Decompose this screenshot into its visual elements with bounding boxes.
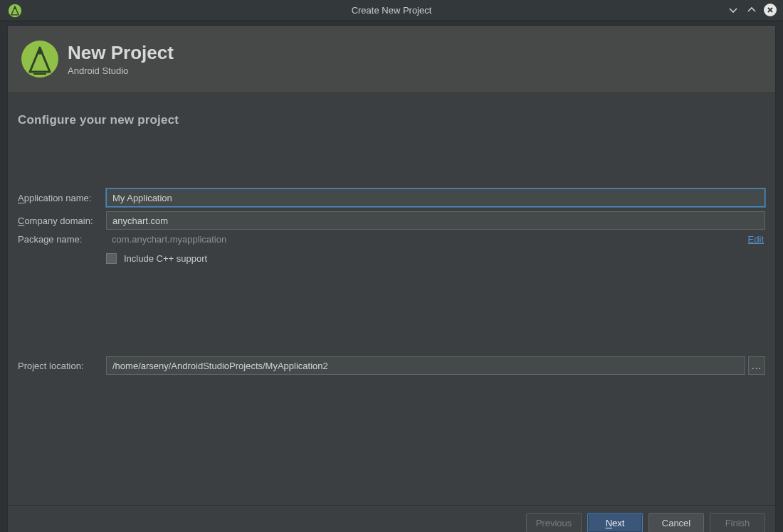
cpp-support-checkbox[interactable] <box>106 253 117 264</box>
footer-buttons: Previous Next Cancel Finish <box>8 505 775 532</box>
finish-button: Finish <box>710 513 765 532</box>
project-location-input[interactable] <box>106 356 745 375</box>
dialog-window: Create New Project <box>0 0 783 532</box>
project-location-label: Project location: <box>18 361 106 371</box>
minimize-button[interactable] <box>726 3 740 17</box>
close-button[interactable] <box>763 3 777 17</box>
maximize-button[interactable] <box>745 3 759 17</box>
cpp-support-row: Include C++ support <box>106 253 765 264</box>
application-name-label: Application name: <box>18 193 106 203</box>
package-name-label: Package name: <box>18 234 106 245</box>
application-name-row: Application name: <box>18 188 765 207</box>
header-title: New Project <box>68 42 174 64</box>
header-texts: New Project Android Studio <box>68 42 174 76</box>
svg-point-1 <box>14 7 16 9</box>
window-title: Create New Project <box>0 5 783 16</box>
company-domain-input[interactable] <box>106 211 765 230</box>
cancel-button[interactable]: Cancel <box>648 513 704 532</box>
content-area: Configure your new project Application n… <box>8 93 775 505</box>
application-name-input[interactable] <box>106 188 765 207</box>
cpp-support-label: Include C++ support <box>124 253 207 264</box>
next-button[interactable]: Next <box>587 513 643 532</box>
header-band: New Project Android Studio <box>8 26 775 93</box>
dialog-body: New Project Android Studio Configure you… <box>7 26 776 532</box>
browse-location-button[interactable]: ... <box>748 356 765 375</box>
header-subtitle: Android Studio <box>68 65 174 76</box>
close-icon <box>764 4 777 16</box>
android-studio-logo-icon <box>21 40 59 78</box>
window-controls <box>726 3 777 17</box>
app-icon <box>7 3 23 18</box>
package-name-value: com.anychart.myapplication <box>106 234 748 245</box>
section-title: Configure your new project <box>18 113 765 127</box>
company-domain-label: Company domain: <box>18 216 106 226</box>
edit-package-link[interactable]: Edit <box>748 234 765 245</box>
svg-point-3 <box>38 50 43 55</box>
titlebar: Create New Project <box>0 0 783 21</box>
project-location-row: Project location: ... <box>18 356 765 375</box>
company-domain-row: Company domain: <box>18 211 765 230</box>
package-name-row: Package name: com.anychart.myapplication… <box>18 234 765 245</box>
previous-button: Previous <box>526 513 582 532</box>
